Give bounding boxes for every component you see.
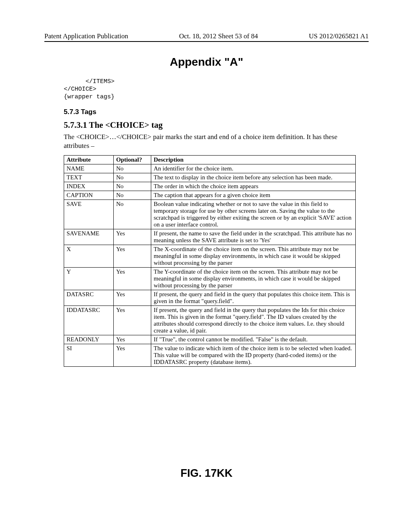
cell-optional: Yes bbox=[114, 344, 151, 367]
appendix-title: Appendix "A" bbox=[44, 56, 369, 69]
cell-description: The text to display in the choice item b… bbox=[151, 173, 356, 182]
table-row: YYesThe Y-coordinate of the choice item … bbox=[64, 268, 356, 290]
th-description: Description bbox=[151, 156, 356, 164]
cell-description: Boolean value indicating whether or not … bbox=[151, 200, 356, 229]
table-row: CAPTIONNoThe caption that appears for a … bbox=[64, 191, 356, 200]
table-row: SAVENAMEYesIf present, the name to save … bbox=[64, 229, 356, 245]
cell-description: If "True", the control cannot be modifie… bbox=[151, 335, 356, 344]
cell-optional: Yes bbox=[114, 245, 151, 268]
attribute-table: Attribute Optional? Description NAMENoAn… bbox=[64, 155, 356, 367]
cell-attribute: X bbox=[64, 245, 114, 268]
cell-optional: No bbox=[114, 191, 151, 200]
cell-attribute: SAVE bbox=[64, 200, 114, 229]
table-row: INDEXNoThe order in which the choice ite… bbox=[64, 182, 356, 191]
cell-description: The Y-coordinate of the choice item on t… bbox=[151, 268, 356, 290]
cell-optional: Yes bbox=[114, 229, 151, 245]
intro-paragraph: The <CHOICE>…</CHOICE> pair marks the st… bbox=[64, 133, 365, 150]
header-center: Oct. 18, 2012 Sheet 53 of 84 bbox=[179, 32, 258, 40]
table-row: XYesThe X-coordinate of the choice item … bbox=[64, 245, 356, 268]
table-row: DATASRCYesIf present, the query and fiel… bbox=[64, 290, 356, 306]
header-left: Patent Application Publication bbox=[44, 32, 128, 40]
table-row: READONLYYesIf "True", the control cannot… bbox=[64, 335, 356, 344]
cell-description: If present, the query and field in the q… bbox=[151, 290, 356, 306]
table-row: TEXTNoThe text to display in the choice … bbox=[64, 173, 356, 182]
cell-attribute: IDDATASRC bbox=[64, 306, 114, 335]
table-row: SIYesThe value to indicate which item of… bbox=[64, 344, 356, 367]
cell-attribute: INDEX bbox=[64, 182, 114, 191]
cell-attribute: SI bbox=[64, 344, 114, 367]
page-header: Patent Application Publication Oct. 18, … bbox=[44, 32, 369, 42]
patent-page: Patent Application Publication Oct. 18, … bbox=[0, 0, 413, 532]
th-attribute: Attribute bbox=[64, 156, 114, 164]
code-snippet: </ITEMS> </CHOICE> {wrapper tags} bbox=[64, 78, 369, 101]
table-row: IDDATASRCYesIf present, the query and fi… bbox=[64, 306, 356, 335]
cell-optional: Yes bbox=[114, 290, 151, 306]
subsection-heading: 5.7.3.1 The <CHOICE> tag bbox=[64, 120, 369, 130]
cell-attribute: DATASRC bbox=[64, 290, 114, 306]
cell-description: The caption that appears for a given cho… bbox=[151, 191, 356, 200]
cell-optional: No bbox=[114, 200, 151, 229]
cell-description: The order in which the choice item appea… bbox=[151, 182, 356, 191]
table-header-row: Attribute Optional? Description bbox=[64, 156, 356, 164]
cell-optional: No bbox=[114, 173, 151, 182]
cell-attribute: CAPTION bbox=[64, 191, 114, 200]
th-optional: Optional? bbox=[114, 156, 151, 164]
cell-description: If present, the name to save the field u… bbox=[151, 229, 356, 245]
table-row: SAVENoBoolean value indicating whether o… bbox=[64, 200, 356, 229]
cell-attribute: Y bbox=[64, 268, 114, 290]
table-row: NAMENoAn identifier for the choice item. bbox=[64, 164, 356, 173]
figure-label: FIG. 17KK bbox=[0, 467, 413, 480]
section-heading: 5.7.3 Tags bbox=[64, 108, 369, 116]
cell-optional: Yes bbox=[114, 335, 151, 344]
cell-description: An identifier for the choice item. bbox=[151, 164, 356, 173]
cell-description: The value to indicate which item of the … bbox=[151, 344, 356, 367]
cell-attribute: SAVENAME bbox=[64, 229, 114, 245]
cell-attribute: NAME bbox=[64, 164, 114, 173]
cell-optional: Yes bbox=[114, 306, 151, 335]
cell-attribute: TEXT bbox=[64, 173, 114, 182]
cell-attribute: READONLY bbox=[64, 335, 114, 344]
cell-description: The X-coordinate of the choice item on t… bbox=[151, 245, 356, 268]
cell-optional: Yes bbox=[114, 268, 151, 290]
cell-optional: No bbox=[114, 164, 151, 173]
header-right: US 2012/0265821 A1 bbox=[309, 32, 369, 40]
cell-description: If present, the query and field in the q… bbox=[151, 306, 356, 335]
cell-optional: No bbox=[114, 182, 151, 191]
